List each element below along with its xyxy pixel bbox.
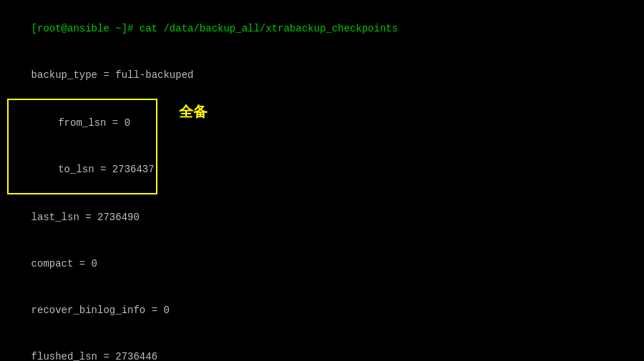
terminal: [root@ansible ~]# cat /data/backup_all/x…: [0, 0, 644, 361]
full-backup-annotation: 全备: [179, 99, 208, 124]
cmd1-text: [root@ansible ~]# cat /data/backup_all/x…: [31, 23, 398, 34]
full-flushed: flushed_lsn = 2736446: [7, 334, 637, 361]
full-compact: compact = 0: [7, 241, 637, 287]
command-line-1: [root@ansible ~]# cat /data/backup_all/x…: [7, 6, 637, 52]
full-to-line: to_lsn = 2736437: [10, 147, 155, 193]
full-last-lsn: last_lsn = 2736490: [7, 194, 637, 241]
full-recover: recover_binlog_info = 0: [7, 287, 637, 334]
backup-type-1: backup_type = full-backuped: [7, 52, 637, 99]
full-from-line: from_lsn = 0: [10, 100, 155, 147]
